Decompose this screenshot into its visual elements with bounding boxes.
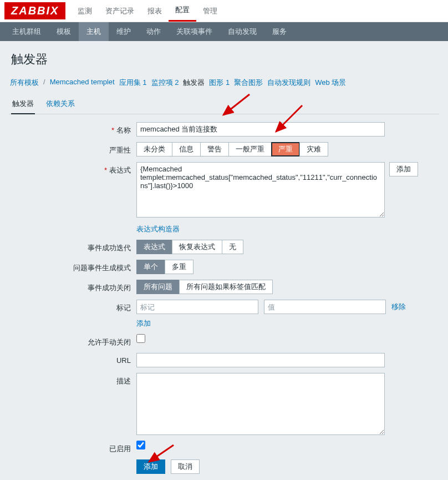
- pm-multiple[interactable]: 多重: [165, 260, 194, 274]
- crumb-discovery[interactable]: 自动发现规则: [267, 78, 310, 88]
- crumb-appset[interactable]: 应用集 1: [119, 78, 147, 88]
- subnav-hostgroups[interactable]: 主机群组: [4, 22, 49, 41]
- nav-admin[interactable]: 管理: [196, 0, 224, 22]
- logo: ZABBIX: [4, 2, 65, 19]
- okgen-expression[interactable]: 表达式: [136, 240, 172, 254]
- content: 触发器 所有模板 / Memcached templet 应用集 1 监控项 2…: [0, 41, 448, 480]
- crumb-web[interactable]: Web 场景: [315, 78, 346, 88]
- sev-notclassified[interactable]: 未分类: [136, 142, 172, 156]
- expression-add-button[interactable]: 添加: [389, 162, 418, 176]
- form-actions: 添加 取消: [136, 459, 439, 474]
- form-tabs: 触发器 依赖关系: [9, 95, 439, 114]
- crumb-triggers: 触发器: [183, 78, 205, 88]
- nav-reports[interactable]: 报表: [141, 0, 169, 22]
- sev-average[interactable]: 一般严重: [228, 142, 272, 156]
- label-expression: *表达式: [9, 162, 136, 234]
- subnav-correlation[interactable]: 关联项事件: [169, 22, 220, 41]
- topbar: ZABBIX 监测 资产记录 报表 配置 管理: [0, 0, 448, 22]
- label-desc: 描述: [9, 373, 136, 435]
- breadcrumb: 所有模板 / Memcached templet 应用集 1 监控项 2 触发器…: [10, 78, 439, 88]
- subnav-hosts[interactable]: 主机: [79, 22, 109, 41]
- manual-close-checkbox[interactable]: [136, 334, 145, 343]
- subnav-templates[interactable]: 模板: [49, 22, 79, 41]
- cancel-button[interactable]: 取消: [171, 459, 200, 474]
- label-ok-event-gen: 事件成功迭代: [9, 240, 136, 254]
- label-manual-close: 允许手动关闭: [9, 334, 136, 347]
- crumb-template[interactable]: Memcached templet: [50, 78, 115, 88]
- tag-value-input[interactable]: [264, 300, 386, 314]
- url-input[interactable]: [136, 353, 385, 367]
- ok-close-group: 所有问题 所有问题如果标签值匹配: [136, 280, 273, 294]
- okclose-tagmatch[interactable]: 所有问题如果标签值匹配: [179, 280, 273, 294]
- sev-high[interactable]: 严重: [271, 142, 300, 156]
- sub-nav: 主机群组 模板 主机 维护 动作 关联项事件 自动发现 服务: [0, 22, 448, 41]
- submit-button[interactable]: 添加: [136, 459, 165, 474]
- subnav-maintenance[interactable]: 维护: [109, 22, 139, 41]
- label-url: URL: [9, 353, 136, 367]
- label-name: *名称: [9, 122, 136, 137]
- subnav-discovery[interactable]: 自动发现: [220, 22, 264, 41]
- label-problem-mode: 问题事件生成模式: [9, 260, 136, 274]
- page-title: 触发器: [11, 51, 439, 68]
- okgen-none[interactable]: 无: [222, 240, 243, 254]
- expression-textarea[interactable]: [136, 162, 385, 218]
- enabled-checkbox[interactable]: [136, 441, 145, 449]
- problem-mode-group: 单个 多重: [136, 260, 194, 274]
- crumb-all-templates[interactable]: 所有模板: [10, 78, 39, 88]
- expression-builder-link[interactable]: 表达式构造器: [136, 224, 180, 234]
- tag-remove-link[interactable]: 移除: [391, 302, 406, 312]
- top-nav: 监测 资产记录 报表 配置 管理: [71, 0, 224, 22]
- tag-row: 移除: [136, 300, 406, 314]
- name-input[interactable]: [136, 122, 385, 137]
- tab-trigger[interactable]: 触发器: [11, 95, 35, 114]
- sev-disaster[interactable]: 灾难: [299, 142, 328, 156]
- app-root: ZABBIX 监测 资产记录 报表 配置 管理 主机群组 模板 主机 维护 动作…: [0, 0, 448, 480]
- okclose-all[interactable]: 所有问题: [136, 280, 180, 294]
- crumb-graphs[interactable]: 图形 1: [209, 78, 230, 88]
- severity-group: 未分类 信息 警告 一般严重 严重 灾难: [136, 142, 328, 156]
- nav-configuration[interactable]: 配置: [169, 0, 196, 22]
- sev-warning[interactable]: 警告: [200, 142, 229, 156]
- pm-single[interactable]: 单个: [136, 260, 165, 274]
- label-ok-close: 事件成功关闭: [9, 280, 136, 294]
- nav-inventory[interactable]: 资产记录: [99, 0, 141, 22]
- okgen-recovery[interactable]: 恢复表达式: [172, 240, 222, 254]
- crumb-items[interactable]: 监控项 2: [151, 78, 179, 88]
- crumb-sep: /: [43, 78, 45, 88]
- label-enabled: 已启用: [9, 441, 136, 454]
- tag-add-link[interactable]: 添加: [136, 319, 151, 329]
- crumb-agg[interactable]: 聚合图形: [234, 78, 263, 88]
- subnav-actions[interactable]: 动作: [139, 22, 169, 41]
- subnav-services[interactable]: 服务: [264, 22, 294, 41]
- description-textarea[interactable]: [136, 373, 385, 435]
- tab-dependencies[interactable]: 依赖关系: [45, 95, 76, 114]
- sev-info[interactable]: 信息: [172, 142, 201, 156]
- label-severity: 严重性: [9, 142, 136, 156]
- nav-monitoring[interactable]: 监测: [71, 0, 99, 22]
- trigger-form: *名称 严重性 未分类 信息 警告 一般严重 严重 灾难 *表达式: [9, 122, 439, 474]
- label-tags: 标记: [9, 300, 136, 329]
- ok-event-gen-group: 表达式 恢复表达式 无: [136, 240, 243, 254]
- tag-name-input[interactable]: [136, 300, 258, 314]
